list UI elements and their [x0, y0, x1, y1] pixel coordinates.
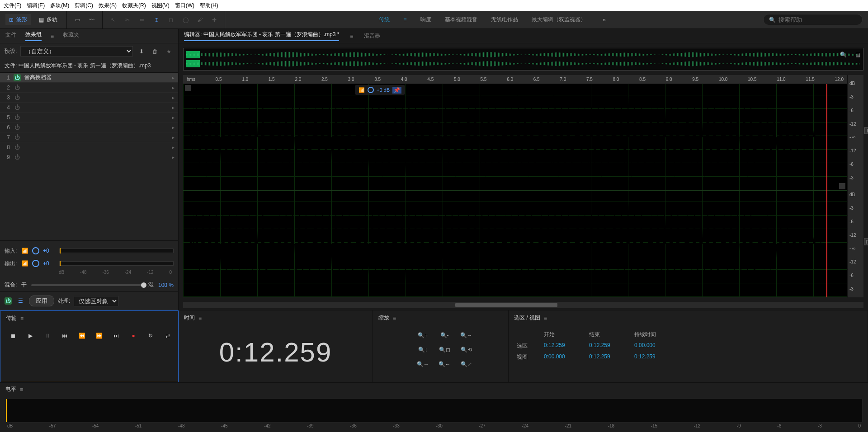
- fx-power-icon[interactable]: ⏻: [14, 154, 21, 161]
- workspace-loudness[interactable]: 响度: [420, 16, 431, 23]
- fx-power-icon[interactable]: ⏻: [14, 124, 21, 131]
- lasso-tool-icon[interactable]: ◯: [180, 15, 190, 25]
- slip-tool-icon[interactable]: ⇔: [137, 15, 147, 25]
- fx-slot-8[interactable]: 8⏻▸: [0, 142, 178, 152]
- overview-waveform[interactable]: [183, 48, 863, 70]
- favorite-icon[interactable]: ★: [164, 47, 174, 56]
- help-search[interactable]: 🔍: [763, 14, 863, 25]
- sel-dur-value[interactable]: 0:00.000: [632, 340, 677, 352]
- fx-slot-4[interactable]: 4⏻▸: [0, 103, 178, 113]
- fx-slot-3[interactable]: 3⏻▸: [0, 93, 178, 103]
- zoom-sel-button[interactable]: 🔍◻: [436, 344, 453, 355]
- fx-slot-1[interactable]: 1⏻音高换档器▸: [0, 73, 178, 83]
- apply-button[interactable]: 应用: [29, 296, 54, 306]
- workspace-menu-icon[interactable]: ≡: [403, 17, 406, 23]
- zoom-reset-button[interactable]: 🔍⟲: [458, 344, 474, 355]
- heal-tool-icon[interactable]: ✚: [209, 15, 219, 25]
- zoom-out-point-button[interactable]: 🔍⤢: [458, 359, 474, 370]
- mix-slider-thumb[interactable]: [141, 282, 146, 288]
- zoom-in-point-button[interactable]: 🔍→: [415, 359, 431, 370]
- fx-power-icon[interactable]: ⏻: [14, 104, 21, 111]
- process-select[interactable]: 仅选区对象: [74, 296, 118, 306]
- zoom-nav-icon[interactable]: 🔍: [838, 50, 848, 60]
- zoom-out-h-button[interactable]: 🔍-: [436, 330, 453, 341]
- brush-tool-icon[interactable]: 🖌: [195, 15, 205, 25]
- tab-editor[interactable]: 编辑器: 中国人民解放军军乐团 - 哀乐 第一遍（罗浪编曲）.mp3 *: [184, 31, 339, 41]
- menu-effects[interactable]: 效果(S): [99, 2, 117, 9]
- panel-menu-icon[interactable]: ≡: [544, 315, 547, 321]
- menu-favorites[interactable]: 收藏夹(R): [122, 2, 146, 9]
- go-start-button[interactable]: ⏮: [60, 331, 69, 340]
- tab-files[interactable]: 文件: [5, 31, 16, 41]
- editor-tab-menu-icon[interactable]: ≡: [350, 33, 353, 39]
- stop-button[interactable]: ◼: [9, 331, 18, 340]
- input-gain-knob[interactable]: [32, 247, 39, 254]
- time-select-tool-icon[interactable]: 𝙸: [151, 15, 161, 25]
- fx-power-icon[interactable]: ⏻: [14, 94, 21, 101]
- view-options-icon[interactable]: ▤: [853, 50, 863, 60]
- zoom-fit-button[interactable]: 🔍↔: [458, 330, 474, 341]
- tab-effects-rack[interactable]: 效果组: [25, 31, 42, 41]
- hud-pin-icon[interactable]: 📌: [392, 87, 401, 94]
- panel-menu-icon[interactable]: ≡: [198, 315, 202, 321]
- fx-arrow-icon[interactable]: ▸: [172, 85, 175, 91]
- input-gain-value[interactable]: +0: [43, 248, 56, 254]
- waveform-display[interactable]: [183, 84, 847, 297]
- razor-tool-icon[interactable]: ✂: [123, 15, 132, 25]
- menu-multitrack[interactable]: 多轨(M): [50, 2, 69, 9]
- go-end-button[interactable]: ⏭: [112, 331, 121, 340]
- fforward-button[interactable]: ⏩: [94, 331, 104, 340]
- panel-menu-icon[interactable]: ≡: [20, 386, 23, 393]
- fade-out-handle[interactable]: [839, 183, 845, 189]
- menu-help[interactable]: 帮助(H): [200, 2, 218, 9]
- channel-label-l[interactable]: L: [864, 127, 868, 134]
- channel-label-r[interactable]: R: [864, 239, 868, 245]
- zoom-in-v-button[interactable]: 🔍↕: [415, 344, 431, 355]
- hud-vol-knob[interactable]: [368, 87, 374, 93]
- output-gain-value[interactable]: +0: [43, 260, 56, 267]
- move-tool-icon[interactable]: ↖: [108, 15, 118, 25]
- rack-power-icon[interactable]: ⏻: [5, 297, 12, 305]
- play-button[interactable]: ▶: [26, 331, 35, 340]
- workspace-overflow-icon[interactable]: »: [599, 15, 609, 25]
- fx-power-icon[interactable]: ⏻: [14, 74, 21, 81]
- zoom-out-full-button[interactable]: 🔍←: [436, 359, 453, 370]
- view-dur-value[interactable]: 0:12.259: [632, 352, 677, 363]
- workspace-video[interactable]: 基本视频混音: [445, 16, 477, 23]
- delete-preset-icon[interactable]: 🗑: [150, 47, 160, 56]
- fx-power-icon[interactable]: ⏻: [14, 84, 21, 91]
- mode-multitrack-button[interactable]: ▤ 多轨: [35, 14, 61, 25]
- menu-file[interactable]: 文件(F): [4, 2, 21, 9]
- hud-vol-value[interactable]: +0 dB: [377, 87, 390, 93]
- menu-edit[interactable]: 编辑(E): [27, 2, 45, 9]
- tab-mixer[interactable]: 混音器: [364, 32, 380, 40]
- marquee-tool-icon[interactable]: ◻: [166, 15, 176, 25]
- rewind-button[interactable]: ⏪: [77, 331, 86, 340]
- view-start-value[interactable]: 0:00.000: [541, 352, 586, 363]
- workspace-dualmon[interactable]: 最大编辑（双监视器）: [532, 16, 586, 23]
- mode-waveform-button[interactable]: ⊞ 波形: [5, 14, 31, 25]
- fx-arrow-icon[interactable]: ▸: [172, 114, 175, 121]
- fx-power-icon[interactable]: ⏻: [14, 134, 21, 141]
- tab-menu-icon[interactable]: ≡: [51, 33, 54, 39]
- fx-arrow-icon[interactable]: ▸: [172, 124, 175, 131]
- panel-menu-icon[interactable]: ≡: [393, 315, 396, 321]
- rack-list-icon[interactable]: ☰: [15, 296, 25, 306]
- fx-arrow-icon[interactable]: ▸: [172, 75, 175, 81]
- tab-favorites[interactable]: 收藏夹: [63, 31, 79, 41]
- horizontal-scrollbar[interactable]: [183, 302, 863, 308]
- hud-vol-icon[interactable]: 📶: [359, 87, 365, 93]
- time-ruler[interactable]: hms 0.5 1.0 1.5 2.0 2.5 3.0 3.5 4.0 4.5 …: [183, 75, 847, 84]
- skip-sel-button[interactable]: ⇄: [163, 331, 172, 340]
- panel-menu-icon[interactable]: ≡: [20, 315, 24, 322]
- loop-button[interactable]: ↻: [146, 331, 155, 340]
- fx-slot-5[interactable]: 5⏻▸: [0, 113, 178, 122]
- spectral-freq-icon[interactable]: ▭: [72, 15, 82, 25]
- fx-arrow-icon[interactable]: ▸: [172, 154, 175, 160]
- record-button[interactable]: ●: [129, 331, 138, 340]
- menu-window[interactable]: 窗口(W): [175, 2, 194, 9]
- save-preset-icon[interactable]: ⬇: [137, 47, 146, 56]
- workspace-classic[interactable]: 传统: [379, 16, 390, 23]
- menu-view[interactable]: 视图(V): [151, 2, 170, 9]
- mix-slider[interactable]: [31, 284, 144, 286]
